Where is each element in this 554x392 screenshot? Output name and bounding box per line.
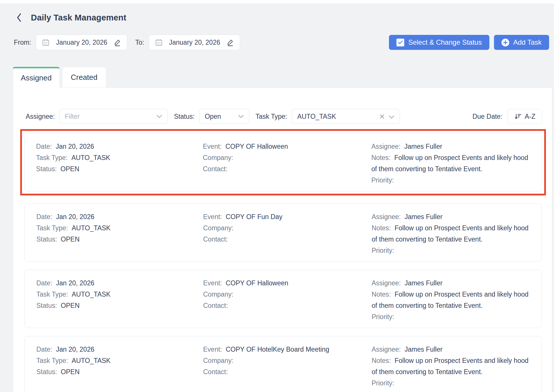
task-card[interactable]: Date:Jan 20, 2026 Task Type:AUTO_TASK St…	[25, 203, 542, 262]
task-type-label: Task Type:	[36, 224, 68, 232]
status-label: Status:	[36, 165, 57, 173]
task-card[interactable]: Date:Jan 20, 2026 Task Type:AUTO_TASK St…	[25, 270, 542, 328]
due-date-sort-group: Due Date: A-Z	[472, 109, 542, 124]
pencil-edit-icon[interactable]	[227, 39, 234, 46]
assignee-label: Assignee:	[371, 143, 400, 150]
notes-label: Notes:	[372, 291, 391, 298]
status-label: Status:	[36, 235, 57, 243]
task-card-col-left: Date:Jan 20, 2026 Task Type:AUTO_TASK St…	[36, 141, 203, 186]
date-value: Jan 20, 2026	[56, 143, 94, 150]
back-button[interactable]	[16, 13, 22, 22]
to-date-picker[interactable]: January 20, 2026	[149, 35, 240, 50]
checkbox-checked-icon	[396, 39, 404, 46]
task-type-value: AUTO_TASK	[297, 113, 336, 120]
select-change-status-label: Select & Change Status	[408, 38, 482, 46]
assignee-select[interactable]: Filter	[59, 109, 168, 124]
pencil-edit-icon[interactable]	[114, 39, 121, 46]
status-value: OPEN	[61, 368, 80, 376]
event-value: COPY OF HotelKey Board Meeting	[226, 346, 329, 353]
task-card-col-right: Assignee:James Fuller Notes:Follow up on…	[371, 141, 533, 186]
top-strip	[0, 0, 554, 3]
add-task-button[interactable]: Add Task	[494, 35, 549, 50]
task-card-col-middle: Event:COPY OF Halloween Company: Contact…	[203, 278, 372, 323]
task-type-label: Task Type:	[36, 154, 68, 161]
event-label: Event:	[203, 279, 222, 287]
filter-row: Assignee: Filter Status: Open Task Type:…	[13, 88, 552, 124]
task-card-col-left: Date:Jan 20, 2026 Task Type:AUTO_TASK St…	[36, 344, 203, 389]
tab-assigned[interactable]: Assigned	[13, 67, 60, 88]
task-card-col-middle: Event:COPY OF HotelKey Board Meeting Com…	[203, 344, 372, 389]
contact-label: Contact:	[203, 302, 228, 309]
contact-label: Contact:	[203, 165, 228, 173]
event-value: COPY OF Halloween	[225, 143, 288, 150]
date-label: Date:	[36, 143, 52, 150]
task-card-col-left: Date:Jan 20, 2026 Task Type:AUTO_TASK St…	[36, 278, 203, 323]
notes-label: Notes:	[372, 224, 391, 232]
status-label: Status:	[36, 368, 57, 376]
chevron-down-icon	[156, 115, 162, 118]
task-type-select[interactable]: AUTO_TASK	[292, 109, 400, 124]
sort-az-button[interactable]: A-Z	[508, 109, 542, 124]
task-list: Date:Jan 20, 2026 Task Type:AUTO_TASK St…	[13, 124, 552, 392]
status-value: OPEN	[61, 302, 80, 309]
assignee-label: Assignee:	[372, 213, 401, 220]
date-label: Date:	[36, 213, 52, 220]
event-label: Event:	[203, 346, 222, 353]
sort-az-label: A-Z	[525, 113, 535, 120]
event-label: Event:	[203, 213, 222, 220]
status-label: Status:	[36, 302, 57, 309]
tab-assigned-label: Assigned	[21, 74, 52, 82]
chevron-down-icon	[238, 115, 244, 118]
action-buttons: Select & Change Status Add Task	[389, 35, 549, 50]
contact-label: Contact:	[203, 368, 228, 376]
chevron-left-icon	[16, 13, 22, 22]
assignee-label: Assignee:	[372, 279, 401, 287]
tab-bar: Assigned Created	[13, 67, 554, 87]
task-card-col-middle: Event:COPY OF Halloween Company: Contact…	[203, 141, 371, 186]
calendar-icon	[42, 39, 50, 46]
task-type-label: Task Type:	[36, 357, 68, 364]
date-label: Date:	[36, 279, 52, 287]
task-card[interactable]: Date:Jan 20, 2026 Task Type:AUTO_TASK St…	[25, 336, 542, 392]
task-card-col-middle: Event:COPY OF Fun Day Company: Contact:	[203, 211, 372, 256]
notes-value: Follow up on Prospect Events and likely …	[371, 154, 528, 173]
assignee-placeholder: Filter	[65, 113, 80, 120]
tab-created-label: Created	[71, 73, 98, 82]
event-label: Event:	[203, 143, 222, 150]
tab-created[interactable]: Created	[62, 67, 106, 88]
assignee-value: James Fuller	[405, 346, 443, 353]
to-date-value: January 20, 2026	[167, 39, 222, 46]
from-date-value: January 20, 2026	[54, 39, 109, 46]
status-select[interactable]: Open	[199, 109, 249, 124]
contact-label: Contact:	[203, 235, 228, 243]
task-card[interactable]: Date:Jan 20, 2026 Task Type:AUTO_TASK St…	[24, 133, 542, 191]
assignee-filter-label: Assignee:	[26, 113, 55, 120]
notes-value: Follow up on Prospect Events and likely …	[372, 357, 529, 376]
status-value: OPEN	[61, 165, 79, 173]
task-type-value: AUTO_TASK	[72, 291, 111, 298]
content-panel: Assignee: Filter Status: Open Task Type:…	[13, 87, 552, 392]
notes-value: Follow up on Prospect Events and likely …	[372, 291, 529, 309]
event-value: COPY OF Fun Day	[226, 213, 282, 220]
priority-label: Priority:	[372, 379, 394, 387]
assignee-label: Assignee:	[372, 346, 401, 353]
event-value: COPY OF Halloween	[226, 279, 288, 287]
task-card-col-right: Assignee:James Fuller Notes:Follow up on…	[372, 278, 533, 323]
date-value: Jan 20, 2026	[56, 279, 94, 287]
priority-label: Priority:	[372, 313, 394, 321]
sort-descending-icon	[514, 113, 522, 120]
from-date-picker[interactable]: January 20, 2026	[36, 35, 127, 50]
select-change-status-button[interactable]: Select & Change Status	[389, 35, 489, 50]
x-clear-icon[interactable]	[379, 114, 385, 119]
date-value: Jan 20, 2026	[56, 213, 94, 220]
assignee-value: James Fuller	[405, 213, 443, 220]
company-label: Company:	[203, 224, 233, 232]
notes-label: Notes:	[371, 154, 390, 161]
company-label: Company:	[203, 291, 233, 298]
to-label: To:	[135, 39, 144, 46]
company-label: Company:	[203, 357, 233, 364]
toolbar: From: January 20, 2026 To: January 20, 2…	[14, 35, 549, 50]
notes-label: Notes:	[372, 357, 391, 364]
status-filter-label: Status:	[174, 113, 195, 120]
date-value: Jan 20, 2026	[56, 346, 94, 353]
